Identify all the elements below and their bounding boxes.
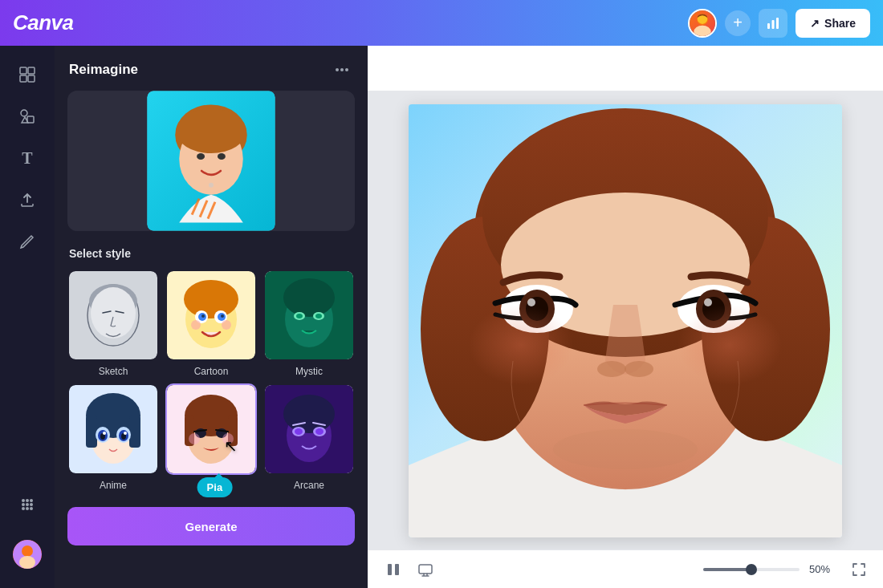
svg-point-32 [176,108,246,153]
play-stop-button[interactable] [380,557,406,582]
svg-point-60 [315,314,322,318]
svg-point-81 [189,433,200,444]
svg-point-72 [103,432,106,435]
user-avatar-button[interactable] [688,9,717,38]
svg-rect-4 [772,20,775,29]
svg-point-44 [184,280,238,318]
styles-grid: Sketch [55,270,368,501]
tooltip-pia: Pia [197,477,233,497]
svg-point-111 [553,429,698,469]
svg-rect-114 [419,565,432,574]
sidebar-item-text[interactable]: T [8,139,47,177]
generate-button[interactable]: Generate [67,507,355,545]
svg-point-13 [26,499,29,502]
expand-button[interactable] [848,558,870,581]
panel-title: Reimagine [69,62,138,78]
svg-rect-8 [20,75,26,82]
svg-point-18 [22,507,25,510]
svg-point-24 [336,68,339,71]
apps-icon [18,496,36,513]
svg-point-49 [201,314,205,318]
style-thumb-anime [67,383,159,475]
share-icon: ↗ [810,17,820,30]
icon-sidebar: T [0,46,55,588]
style-label-cartoon: Cartoon [194,366,229,377]
svg-point-34 [218,153,226,160]
style-thumb-mystic [263,270,355,361]
user-avatar-small[interactable] [13,540,42,569]
bottom-bar-left [380,557,438,582]
shapes-icon [18,107,36,125]
style-item-cartoon[interactable]: Cartoon [165,270,257,377]
pen-icon [18,233,36,250]
stats-button[interactable] [759,9,787,38]
portrait-svg [409,104,842,537]
style-thumb-arcane [263,383,355,475]
share-button[interactable]: ↗ Share [796,9,870,38]
zoom-slider-wrap [703,568,800,571]
zoom-slider[interactable] [703,568,800,571]
cursor-icon: ↖ [224,436,238,456]
svg-rect-5 [776,18,779,29]
present-icon [418,562,433,577]
header-right: + ↗ Share [688,9,870,38]
svg-point-35 [209,183,214,188]
svg-point-10 [21,110,27,116]
style-thumb-sketch [67,270,159,361]
avatar-image [690,9,715,38]
svg-point-51 [191,320,201,330]
svg-point-110 [625,361,653,377]
sidebar-item-upload[interactable] [8,180,47,219]
more-options-button[interactable] [331,59,353,81]
svg-point-52 [222,320,231,330]
grid-icon [18,66,36,83]
canvas-wrapper [368,91,883,549]
canvas-area: 50% [368,46,883,588]
svg-point-1 [694,25,710,37]
svg-point-26 [345,68,348,71]
svg-point-15 [22,503,25,506]
bottom-bar-right: 50% [703,558,870,581]
svg-point-106 [704,298,712,306]
style-item-art[interactable]: ↖ Art Pia [165,383,257,491]
svg-point-86 [283,395,335,433]
zoom-thumb[interactable] [746,564,757,575]
svg-point-16 [26,503,29,506]
svg-point-50 [221,314,224,318]
sidebar-item-apps[interactable] [8,485,47,524]
svg-point-25 [340,68,344,71]
svg-point-105 [527,298,535,306]
present-button[interactable] [413,557,438,582]
play-icon [386,562,401,577]
style-thumb-cartoon [165,270,257,361]
style-label-arcane: Arcane [294,480,324,491]
svg-point-107 [469,305,573,385]
svg-point-14 [30,499,33,502]
add-button[interactable]: + [725,10,751,36]
sidebar-item-grid[interactable] [8,55,47,94]
upload-area[interactable] [67,91,355,231]
stats-icon [765,15,781,31]
svg-point-89 [295,428,303,435]
svg-point-73 [124,432,127,435]
style-item-sketch[interactable]: Sketch [67,270,159,377]
main-content: T [0,46,883,588]
sidebar-item-pen[interactable] [8,222,47,261]
select-style-label: Select style [55,244,368,270]
style-item-anime[interactable]: Anime [67,383,159,491]
svg-rect-112 [388,564,392,575]
upload-photo [67,91,355,231]
sidebar-item-shapes[interactable] [8,97,47,136]
svg-point-56 [283,278,335,317]
canvas-image [409,104,842,537]
svg-rect-6 [20,67,26,74]
avatar-small-image [13,540,42,569]
style-item-arcane[interactable]: Arcane [263,383,355,491]
canvas-top-bar [368,46,883,91]
style-item-mystic[interactable]: Mystic [263,270,355,377]
svg-rect-3 [767,23,770,29]
svg-point-39 [91,287,136,339]
zoom-fill [703,568,751,571]
svg-point-12 [22,499,25,502]
svg-rect-7 [28,67,35,74]
